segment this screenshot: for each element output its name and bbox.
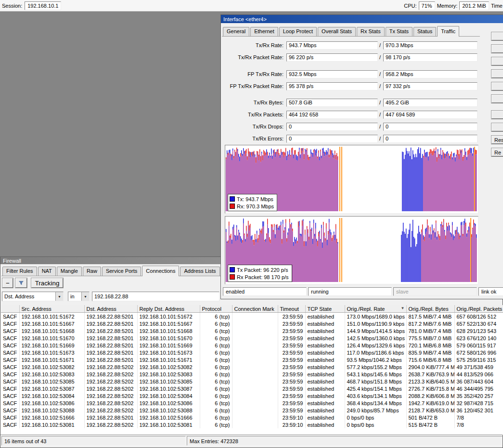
- col-header-orig-repl-rate[interactable]: Orig./Repl. Rate▼: [345, 305, 406, 313]
- cell-tcp-state: established: [305, 407, 345, 414]
- cell-connection-mark: [232, 320, 278, 327]
- connection-row[interactable]: SACF192.168.10.102:53082192.168.22.88:52…: [1, 363, 503, 371]
- connection-row[interactable]: SACF192.168.10.102:53083192.168.22.88:52…: [1, 371, 503, 378]
- connection-row[interactable]: SACF192.168.10.101:51670192.168.22.88:52…: [1, 334, 503, 342]
- connection-row[interactable]: SACF192.168.10.102:53087192.168.22.88:52…: [1, 385, 503, 392]
- tab-service-ports[interactable]: Service Ports: [102, 267, 141, 276]
- connection-row[interactable]: SACF192.168.10.102:53088192.168.22.88:52…: [1, 407, 503, 414]
- rx-value-field: 98 170 p/s: [383, 53, 477, 62]
- connection-row[interactable]: SACF192.168.10.102:53085192.168.22.88:52…: [1, 378, 503, 385]
- side-button-2[interactable]: [491, 45, 503, 53]
- tab-connections[interactable]: Connections: [142, 266, 179, 276]
- connection-row[interactable]: SACF192.168.10.102:53084192.168.22.88:52…: [1, 392, 503, 399]
- remove-connection-button[interactable]: −: [2, 278, 13, 288]
- cell-orig-repl-packets: 36 087/443 604: [454, 378, 503, 385]
- side-button-5[interactable]: [491, 82, 503, 90]
- connection-row[interactable]: SACF192.168.10.102:53081192.168.22.88:52…: [1, 421, 503, 428]
- cell-protocol: 6 (tcp): [200, 363, 232, 371]
- col-header-reply-dst-address[interactable]: Reply Dst. Address: [137, 305, 200, 313]
- tab-loop-protect[interactable]: Loop Protect: [279, 27, 317, 36]
- tab-ethernet[interactable]: Ethernet: [250, 27, 278, 36]
- side-button-9[interactable]: Rese: [491, 136, 503, 144]
- cell-protocol: 6 (tcp): [200, 399, 232, 407]
- flags-cell: SACF: [1, 399, 19, 407]
- tab-tx-stats[interactable]: Tx Stats: [386, 27, 413, 36]
- connection-row[interactable]: SACF192.168.10.101:51673192.168.22.88:52…: [1, 349, 503, 356]
- cell-connection-mark: [232, 378, 278, 385]
- col-header-protocol[interactable]: Protocol: [200, 305, 232, 313]
- col-header-dst-address[interactable]: Dst. Address: [84, 305, 137, 313]
- col-header-tcp-state[interactable]: TCP State: [305, 305, 345, 313]
- tab-general[interactable]: General: [223, 27, 249, 36]
- cell-src-address: 192.168.10.102:53082: [19, 363, 84, 371]
- connection-row[interactable]: SACF192.168.10.101:51671192.168.22.88:52…: [1, 356, 503, 363]
- col-header-flags[interactable]: [1, 305, 19, 313]
- cell-orig-repl-bytes: 817.2 MiB/7.6 MiB: [406, 320, 454, 327]
- field-label: FP Tx/Rx Packet Rate:: [221, 83, 284, 89]
- cell-reply-dst-address: 192.168.10.101:51673: [137, 349, 200, 356]
- side-button-1[interactable]: [491, 32, 503, 40]
- col-header-timeout[interactable]: Timeout: [278, 305, 305, 313]
- tx-value-field: 96 220 p/s: [286, 53, 378, 62]
- tx-value-field: 0: [286, 135, 378, 143]
- cpu-label: CPU:: [404, 3, 416, 9]
- cell-tcp-state: established: [305, 414, 345, 421]
- cell-orig-repl-bytes: 2638.7 KiB/763.9 MiB: [406, 371, 454, 378]
- slash-separator: /: [379, 112, 381, 117]
- cell-protocol: 6 (tcp): [200, 421, 232, 428]
- tab-mangle[interactable]: Mangle: [57, 267, 82, 276]
- memory-value: 201.2 MiB: [459, 1, 489, 10]
- field-label: Tx/Rx Errors:: [221, 136, 284, 141]
- cell-orig-repl-rate: 126.4 Mbps/1329.6 kbps: [345, 342, 406, 349]
- cell-protocol: 6 (tcp): [200, 392, 232, 399]
- cell-dst-address: 192.168.22.88:5202: [84, 363, 137, 371]
- connection-row[interactable]: SACF192.168.10.101:51668192.168.22.88:52…: [1, 327, 503, 334]
- stat-row-tx-rx-packet-rate: Tx/Rx Packet Rate:96 220 p/s/98 170 p/s: [221, 53, 483, 62]
- tab-traffic[interactable]: Traffic: [437, 26, 459, 37]
- side-button-6[interactable]: [491, 95, 503, 103]
- chevron-down-icon[interactable]: ▼: [55, 292, 63, 301]
- tab-nat[interactable]: NAT: [38, 267, 56, 276]
- side-button-10[interactable]: Re: [491, 148, 503, 156]
- slash-separator: /: [379, 136, 381, 141]
- connection-row[interactable]: SACF192.168.10.102:53086192.168.22.88:52…: [1, 399, 503, 407]
- connection-row[interactable]: SACF192.168.10.101:51672192.168.22.88:52…: [1, 313, 503, 320]
- tab-status[interactable]: Status: [413, 27, 436, 36]
- memory-label: Memory:: [437, 3, 458, 9]
- chevron-down-icon[interactable]: ▼: [81, 292, 89, 301]
- filter-button[interactable]: [15, 278, 27, 288]
- interface-titlebar[interactable]: Interface <ether4>: [221, 15, 503, 23]
- tab-rx-stats[interactable]: Rx Stats: [357, 27, 385, 36]
- filter-field-select[interactable]: Dst. Address ▼: [2, 292, 64, 301]
- side-button-8[interactable]: [491, 123, 503, 131]
- side-button-4[interactable]: [491, 70, 503, 78]
- connection-row[interactable]: SACF192.168.10.101:51667192.168.22.88:52…: [1, 320, 503, 327]
- tracking-button[interactable]: Tracking: [31, 278, 63, 288]
- col-header-src-address[interactable]: Src. Address: [19, 305, 84, 313]
- cell-connection-mark: [232, 414, 278, 421]
- col-header-orig-repl-bytes[interactable]: Orig./Repl. Bytes: [406, 305, 454, 313]
- side-button-3[interactable]: [491, 57, 503, 65]
- connection-row[interactable]: SACF192.168.10.102:51666192.168.22.88:52…: [1, 414, 503, 421]
- cell-reply-dst-address: 192.168.10.102:53083: [137, 371, 200, 378]
- cell-protocol: 6 (tcp): [200, 327, 232, 334]
- cell-timeout: 23:59:59: [278, 399, 305, 407]
- session-value: 192.168.10.1: [25, 1, 61, 10]
- rx-value-field: 0: [383, 123, 477, 131]
- side-button-7[interactable]: [491, 111, 503, 119]
- stat-row-tx-rx-drops: Tx/Rx Drops:0/0: [221, 123, 483, 131]
- cell-timeout: 23:59:59: [278, 392, 305, 399]
- tab-filter-rules[interactable]: Filter Rules: [2, 267, 37, 276]
- tab-overall-stats[interactable]: Overall Stats: [318, 27, 356, 36]
- flags-cell: SACF: [1, 371, 19, 378]
- connection-row[interactable]: SACF192.168.10.101:51669192.168.22.88:52…: [1, 342, 503, 349]
- tab-address-lists[interactable]: Address Lists: [180, 267, 219, 276]
- rx-value-field: 0: [383, 135, 477, 143]
- cell-dst-address: 192.168.22.88:5201: [84, 320, 137, 327]
- filter-op-select[interactable]: in ▼: [68, 292, 90, 301]
- col-header-connection-mark[interactable]: Connection Mark: [232, 305, 278, 313]
- flags-cell: SACF: [1, 414, 19, 421]
- filter-value-input[interactable]: [92, 292, 219, 301]
- tab-raw[interactable]: Raw: [83, 267, 101, 276]
- col-header-orig-repl-packets[interactable]: Orig./Repl. Packets: [454, 305, 503, 313]
